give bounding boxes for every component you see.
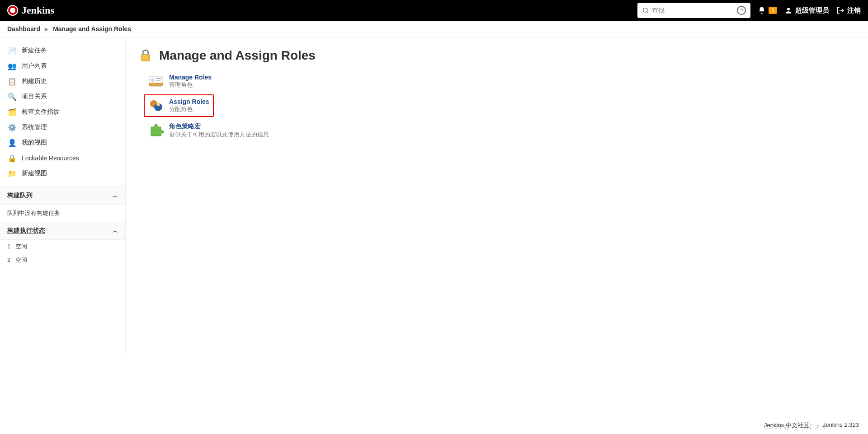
sidebar-item-fingerprint[interactable]: 🗂️检查文件指纹 [0, 104, 125, 120]
help-icon[interactable]: ? [737, 6, 746, 15]
notification-count-badge: 1 [769, 7, 777, 14]
management-list: Manage Roles 管理角色 Assign Roles 分配角色 角色策略… [138, 70, 855, 142]
search-box[interactable]: ? [637, 3, 750, 18]
mgmt-item-role-macros[interactable]: 角色策略宏 提供关于可用的宏以及使用方法的信息 [144, 119, 274, 142]
sidebar-item-new-view[interactable]: 📁新建视图 [0, 166, 125, 181]
sidebar-item-build-history[interactable]: 📋构建历史 [0, 74, 125, 89]
sidebar-item-label: Lockable Resources [22, 154, 79, 162]
id-card-icon [148, 74, 164, 89]
chevron-up-icon[interactable]: ︿ [113, 192, 118, 200]
user-icon [784, 6, 793, 14]
build-queue-title[interactable]: 构建队列 [7, 191, 33, 200]
svg-line-1 [647, 12, 648, 13]
mgmt-item-manage-roles[interactable]: Manage Roles 管理角色 [144, 70, 216, 93]
breadcrumb-item[interactable]: Manage and Assign Roles [53, 25, 131, 33]
executor-status-header[interactable]: 构建执行状态 ︿ [0, 222, 125, 240]
username-label: 超级管理员 [795, 6, 829, 15]
lock-icon: 🔒 [8, 154, 16, 162]
logout-label: 注销 [847, 6, 861, 15]
executor-status-widget: 构建执行状态 ︿ 1 空闲 2 空闲 [0, 222, 125, 267]
executor-num: 1 [7, 243, 10, 250]
puzzle-icon [148, 122, 164, 138]
svg-rect-8 [156, 78, 161, 79]
mgmt-item-title: Manage Roles [169, 74, 212, 81]
jenkins-logo-icon [7, 5, 18, 16]
build-queue-empty: 队列中没有构建任务 [0, 205, 125, 222]
sidebar-item-users[interactable]: 👥用户列表 [0, 58, 125, 74]
sidebar-item-new-job[interactable]: 📄新建任务 [0, 43, 125, 58]
relation-icon: 🔍 [8, 93, 16, 101]
sidebar-item-my-views[interactable]: 👤我的视图 [0, 135, 125, 150]
sidebar-item-label: 我的视图 [22, 139, 47, 147]
search-input[interactable] [652, 7, 734, 14]
sidebar-item-label: 系统管理 [22, 123, 47, 131]
mgmt-item-title: Assign Roles [169, 98, 209, 105]
sidebar-item-label: 项目关系 [22, 93, 47, 101]
svg-rect-9 [156, 80, 160, 81]
breadcrumb: Dashboard ▶ Manage and Assign Roles [0, 21, 868, 37]
sidebar-item-label: 新建视图 [22, 169, 47, 177]
logout-icon [836, 6, 844, 14]
sidebar-item-manage[interactable]: ⚙️系统管理 [0, 120, 125, 135]
executor-status-title[interactable]: 构建执行状态 [7, 227, 45, 235]
brand-label: Jenkins [22, 5, 54, 16]
svg-rect-4 [142, 55, 150, 61]
svg-point-12 [156, 103, 160, 106]
search-icon [642, 7, 649, 14]
header: Jenkins ? 1 超级管理员 注销 [0, 0, 868, 21]
executor-state: 空闲 [15, 257, 27, 263]
notifications-button[interactable]: 1 [758, 6, 777, 14]
history-icon: 📋 [8, 77, 16, 85]
logout-button[interactable]: 注销 [836, 6, 861, 15]
executor-row: 1 空闲 [0, 240, 125, 253]
my-view-icon: 👤 [8, 139, 16, 147]
svg-point-0 [643, 8, 647, 12]
sidebar-item-lockable[interactable]: 🔒Lockable Resources [0, 150, 125, 166]
new-job-icon: 📄 [8, 47, 16, 55]
mgmt-item-desc: 分配角色 [169, 105, 209, 113]
lock-icon [138, 48, 153, 63]
user-menu[interactable]: 超级管理员 [784, 6, 829, 15]
new-view-icon: 📁 [8, 169, 16, 177]
sidebar-item-label: 用户列表 [22, 62, 47, 70]
page-title-text: Manage and Assign Roles [159, 48, 316, 63]
users-icon: 👥 [8, 62, 16, 70]
build-queue-header[interactable]: 构建队列 ︿ [0, 187, 125, 205]
users-icon [148, 98, 164, 113]
chevron-up-icon[interactable]: ︿ [113, 227, 118, 235]
sidebar-item-relationship[interactable]: 🔍项目关系 [0, 89, 125, 104]
main-content: Manage and Assign Roles Manage Roles 管理角… [126, 37, 868, 354]
mgmt-item-title: 角色策略宏 [169, 122, 269, 131]
sidebar-item-label: 新建任务 [22, 47, 47, 55]
sidebar: 📄新建任务 👥用户列表 📋构建历史 🔍项目关系 🗂️检查文件指纹 ⚙️系统管理 … [0, 37, 126, 354]
page-title: Manage and Assign Roles [138, 48, 855, 63]
chevron-right-icon: ▶ [45, 27, 48, 32]
svg-point-7 [151, 78, 155, 82]
executor-state: 空闲 [15, 243, 27, 250]
build-queue-widget: 构建队列 ︿ 队列中没有构建任务 [0, 187, 125, 222]
mgmt-item-assign-roles[interactable]: Assign Roles 分配角色 [144, 94, 214, 117]
svg-rect-6 [149, 83, 163, 86]
breadcrumb-item[interactable]: Dashboard [7, 25, 40, 33]
fingerprint-icon: 🗂️ [8, 108, 16, 116]
sidebar-item-label: 检查文件指纹 [22, 108, 60, 116]
sidebar-nav: 📄新建任务 👥用户列表 📋构建历史 🔍项目关系 🗂️检查文件指纹 ⚙️系统管理 … [0, 37, 125, 187]
brand[interactable]: Jenkins [7, 5, 54, 16]
bell-icon [758, 6, 766, 14]
sidebar-item-label: 构建历史 [22, 77, 47, 85]
svg-point-2 [787, 8, 790, 10]
gear-icon: ⚙️ [8, 123, 16, 131]
executor-num: 2 [7, 257, 10, 263]
mgmt-item-desc: 管理角色 [169, 81, 212, 89]
executor-row: 2 空闲 [0, 253, 125, 267]
mgmt-item-desc: 提供关于可用的宏以及使用方法的信息 [169, 131, 269, 139]
